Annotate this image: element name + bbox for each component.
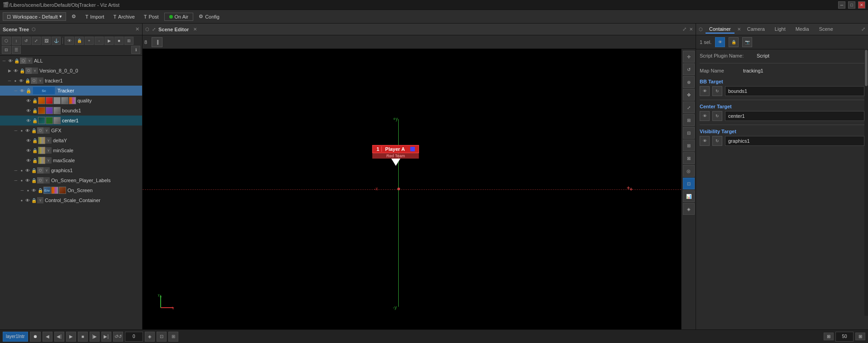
sr-scale-btn[interactable]: ⤢ (683, 101, 695, 113)
expand-icon-deltay[interactable] (19, 137, 25, 144)
tree-node-tracker[interactable]: ─ 👁 🔒 Sc Tracker (0, 86, 142, 96)
expand-icon-gfx[interactable]: ─ (13, 127, 19, 134)
tree-node-version[interactable]: ▶ 👁 🔒 ⬡ Y Version_8_0_0_0 (0, 66, 142, 76)
expand-icon-version[interactable]: ▶ (6, 68, 13, 74)
sr-chart-btn[interactable]: 📊 (683, 190, 695, 202)
tab-scene[interactable]: Scene (816, 25, 837, 34)
sr-zoom-btn[interactable]: ⊕ (683, 76, 695, 88)
lock-icon-center1[interactable]: 🔒 (32, 118, 38, 123)
bb-eye-btn[interactable]: 👁 (700, 86, 710, 96)
expand-icon-maxscale[interactable] (19, 157, 25, 164)
tree-node-gfx[interactable]: ─ ● 👁 🔒 ⬡ Y GFX (0, 126, 142, 135)
close-button[interactable]: ✕ (858, 1, 865, 9)
tb-add-btn[interactable]: + (85, 37, 94, 45)
props-cam-btn[interactable]: 📷 (742, 37, 752, 47)
expand-icon-all[interactable]: ─ (1, 58, 7, 64)
eye-icon-gfx[interactable]: 👁 (24, 128, 31, 133)
tree-node-quality[interactable]: 👁 🔒 quality (0, 96, 142, 106)
bb-target-value[interactable]: bounds1 (725, 86, 864, 96)
tb-select-btn[interactable]: ⬡ (2, 37, 11, 45)
props-lock-btn[interactable]: 🔒 (729, 37, 739, 47)
lock-icon-tracker[interactable]: 🔒 (25, 88, 32, 93)
tb-eye-btn[interactable]: 👁 (65, 37, 74, 45)
lock-icon-onscreen-labels[interactable]: 🔒 (31, 178, 37, 183)
tree-node-center1[interactable]: 👁 🔒 center1 (0, 116, 142, 126)
tools-button[interactable]: ⚙ (68, 13, 80, 20)
tree-node-onscreen[interactable]: ─ ● 👁 🔒 Env On_Screen (0, 185, 142, 195)
eye-icon-graphics1[interactable]: 👁 (24, 168, 31, 173)
expand-icon-quality[interactable] (19, 97, 25, 104)
tree-node-deltay[interactable]: 👁 🔒 Y deltaY (0, 135, 142, 145)
sr-track-btn[interactable]: ◈ (683, 203, 695, 215)
eye-icon-tracker1[interactable]: 👁 (18, 78, 24, 83)
next-frame-btn[interactable]: ▶| (101, 332, 111, 342)
layout-btn[interactable]: ⊞ (855, 333, 865, 340)
lock-icon-deltay[interactable]: 🔒 (32, 138, 38, 143)
scene-editor-tab-close-icon[interactable]: ✕ (193, 27, 197, 32)
expand-icon-onscreen[interactable]: ─ (19, 187, 25, 193)
expand-icon-graphics1[interactable]: ─ (13, 167, 19, 174)
tb-image-btn[interactable]: 🖼 (42, 37, 51, 45)
tree-node-bounds1[interactable]: 👁 🔒 bounds1 (0, 106, 142, 116)
tree-node-maxscale[interactable]: 👁 🔒 Y maxScale (0, 155, 142, 165)
sr-light-btn[interactable]: ◎ (683, 165, 695, 177)
play-btn[interactable]: ▶ (66, 332, 76, 342)
scene-editor-fullscreen-icon[interactable]: ⤢ (682, 26, 687, 32)
tb-rotate-btn[interactable]: ↺ (22, 37, 31, 45)
tb-info-btn[interactable]: ℹ (131, 46, 140, 54)
layer-label[interactable]: layer1Intr (3, 332, 28, 342)
loop-btn[interactable]: ↺↺ (113, 332, 123, 342)
tb-lock-btn[interactable]: 🔒 (75, 37, 84, 45)
animate-btn[interactable]: ⊡ (157, 332, 167, 342)
sidebar-toggle-btn[interactable]: ▐ (152, 37, 162, 47)
tb-move-btn[interactable]: ↕ (12, 37, 21, 45)
workspace-button[interactable]: ◻ Workspace - Default ▾ (3, 12, 66, 21)
sr-cursor-btn[interactable]: ✛ (683, 51, 695, 63)
lock-icon-maxscale[interactable]: 🔒 (32, 158, 38, 163)
expand-icon-tracker[interactable]: ─ (13, 87, 19, 94)
record-btn[interactable]: ⏺ (30, 332, 41, 342)
lock-icon-all[interactable]: 🔒 (14, 58, 20, 63)
stop-btn[interactable]: ■ (78, 332, 88, 342)
eye-icon-maxscale[interactable]: 👁 (25, 158, 32, 163)
expand-icon-minscale[interactable] (19, 147, 25, 154)
lock-icon-gfx[interactable]: 🔒 (31, 128, 37, 133)
eye-icon-deltay[interactable]: 👁 (25, 138, 32, 143)
tb-minus-btn[interactable]: - (95, 37, 104, 45)
visibility-target-value[interactable]: graphics1 (725, 136, 864, 146)
expand-icon-tracker1[interactable]: ─ (6, 77, 13, 84)
eye-icon-onscreen-labels[interactable]: 👁 (24, 178, 31, 183)
tb-layout-btn[interactable]: ☰ (12, 46, 21, 54)
eye-icon-all[interactable]: 👁 (7, 58, 14, 63)
on-air-button[interactable]: On Air (164, 13, 194, 21)
bb-refresh-btn[interactable]: ↻ (712, 86, 722, 96)
scene-viewport[interactable]: +y -y -x + 1 Player A Red Team (143, 49, 681, 329)
scene-editor-expand-icon[interactable]: ⬡ (145, 27, 149, 32)
eye-icon-quality[interactable]: 👁 (25, 98, 32, 103)
eye-icon-center1[interactable]: 👁 (25, 118, 32, 123)
tab-container[interactable]: Container (706, 25, 734, 34)
lock-icon-bounds1[interactable]: 🔒 (32, 108, 38, 113)
lock-icon-graphics1[interactable]: 🔒 (31, 168, 37, 173)
sr-frame-btn[interactable]: ⊞ (683, 114, 695, 126)
sr-active-btn[interactable]: ⊡ (683, 178, 695, 189)
tree-node-onscreen-player-labels[interactable]: ─ ● 👁 🔒 ⬡ Y On_Screen_Player_Labels (0, 175, 142, 185)
player-label-container[interactable]: 1 Player A Red Team (372, 145, 419, 166)
tb-grid2-btn[interactable]: ⊟ (2, 46, 11, 54)
tb-stop-btn[interactable]: ■ (114, 37, 124, 45)
import-button[interactable]: T Import (81, 13, 108, 20)
lock-icon-tracker1[interactable]: 🔒 (24, 78, 31, 83)
tree-node-minscale[interactable]: 👁 🔒 Y minScale (0, 145, 142, 155)
tb-anchor-btn[interactable]: ⚓ (52, 37, 61, 45)
props-eye-btn[interactable]: 👁 (715, 37, 725, 47)
tb-play-btn[interactable]: ▶ (105, 37, 114, 45)
lock-icon-onscreen[interactable]: 🔒 (37, 188, 43, 193)
tab-media[interactable]: Media (792, 25, 813, 34)
sr-pan-btn[interactable]: ✥ (683, 89, 695, 101)
keyframe-btn[interactable]: ◈ (145, 332, 155, 342)
vis-refresh-btn[interactable]: ↻ (712, 136, 722, 146)
lock-icon-version[interactable]: 🔒 (19, 68, 25, 73)
config-button[interactable]: ⚙ Config (195, 13, 223, 20)
props-scrollbar[interactable] (864, 49, 868, 316)
tree-node-control-scale[interactable]: ● 👁 🔒 Y Control_Scale_Container (0, 195, 142, 205)
